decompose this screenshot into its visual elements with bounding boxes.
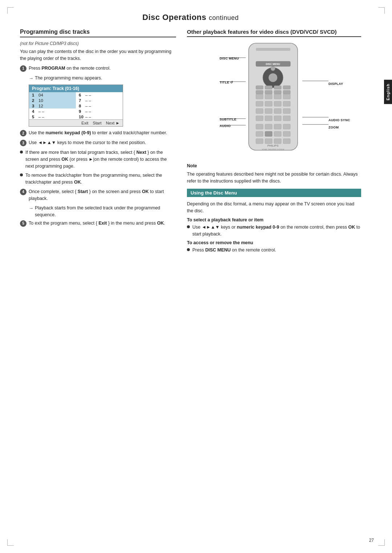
right-column: Other playback features for video discs …	[187, 29, 361, 256]
step-5: 5 To exit the program menu, select { Exi…	[20, 220, 176, 227]
svg-rect-22	[265, 124, 272, 129]
arrow-icon-4: →	[29, 205, 33, 212]
prog-col-2: 6 – – 7 – – 8 – – 9 – –	[76, 92, 123, 119]
prog-row-8: 8 – –	[76, 103, 123, 108]
prog-next[interactable]: Next ►	[106, 121, 120, 125]
label-subtitle: Subtitle	[220, 118, 246, 119]
svg-rect-23	[274, 124, 281, 129]
svg-rect-37	[274, 86, 281, 89]
svg-text:DISC MENU: DISC MENU	[266, 63, 280, 65]
prog-row-5: 5 – –	[29, 114, 76, 119]
remote-diagram: PHILIPS HOME THEATER SYSTEM	[220, 41, 328, 157]
step-num-3: 3	[20, 140, 26, 146]
step-4: 4 Once complete, select { Start } on the…	[20, 188, 176, 202]
svg-rect-31	[274, 139, 281, 144]
svg-rect-6	[265, 94, 272, 99]
step-3: 3 Use ◄►▲▼ keys to move the cursor to th…	[20, 139, 176, 146]
label-display: Display	[302, 81, 328, 82]
corner-mark-bl	[7, 539, 14, 546]
prog-row-9: 9 – –	[76, 108, 123, 114]
title-continued: continued	[209, 14, 239, 21]
bullet-text-1: If there are more than ten total program…	[25, 149, 176, 169]
intro-text: You can play the contents of the disc in…	[20, 48, 176, 62]
prog-row-1: 1 04	[29, 92, 76, 98]
step-1-arrow: → The programming menu appears.	[29, 75, 176, 82]
prog-table-footer: Exit Start Next ►	[29, 119, 123, 126]
corner-mark-br	[378, 539, 385, 546]
svg-rect-42	[283, 90, 290, 94]
prog-row-3: 3 12	[29, 103, 76, 108]
step-num-2: 2	[20, 130, 26, 136]
note-box: Note The operating features described he…	[187, 163, 361, 184]
svg-rect-18	[265, 116, 272, 121]
step-4-content: Once complete, select { Start } on the s…	[29, 188, 176, 202]
svg-rect-30	[265, 139, 272, 144]
right-section-title: Other playback features for video discs …	[187, 29, 361, 37]
svg-text:HOME THEATER SYSTEM: HOME THEATER SYSTEM	[262, 148, 284, 151]
bullet-icon-dm2	[187, 248, 190, 251]
disc-menu-bullet-2-text: Press DISC MENU on the remote control.	[192, 247, 276, 254]
prog-row-7: 7 – –	[76, 98, 123, 103]
arrow-icon-1: →	[29, 75, 33, 82]
label-title: Title ↺	[220, 81, 246, 82]
note-text: (not for Picture CD/MP3 discs)	[20, 41, 176, 46]
bullet-text-2: To remove the track/chapter from the pro…	[25, 172, 176, 186]
svg-point-3	[269, 73, 277, 82]
svg-rect-26	[265, 131, 272, 136]
prog-table-header: Program: Track (01-16)	[29, 85, 123, 92]
svg-rect-25	[256, 131, 263, 136]
bullet-item-2: To remove the track/chapter from the pro…	[20, 172, 176, 186]
svg-rect-19	[274, 116, 281, 121]
svg-rect-8	[283, 94, 290, 99]
step-num-5: 5	[20, 220, 26, 227]
step-4-arrow: → Playback starts from the selected trac…	[29, 205, 176, 218]
step-2-bold: numeric keypad (0-9)	[46, 130, 91, 135]
step-1-sub: The programming menu appears.	[35, 75, 102, 82]
svg-rect-20	[283, 116, 290, 121]
page-content: Disc Operations continued Programming di…	[20, 13, 372, 256]
step-2-content: Use the numeric keypad (0-9) to enter a …	[29, 130, 176, 136]
svg-rect-35	[256, 86, 263, 89]
svg-rect-40	[265, 90, 272, 94]
step-2: 2 Use the numeric keypad (0-9) to enter …	[20, 130, 176, 136]
svg-rect-21	[256, 124, 263, 129]
note-body: The operating features described here mi…	[187, 171, 361, 185]
remote-image: PHILIPS HOME THEATER SYSTEM	[245, 41, 303, 154]
prog-row-2: 2 10	[29, 98, 76, 103]
step-5-content: To exit the program menu, select { Exit …	[29, 220, 176, 227]
svg-rect-12	[283, 101, 290, 106]
display-label: Display	[328, 82, 343, 86]
step-4-sub: Playback starts from the selected track …	[35, 205, 176, 218]
prog-col-1: 1 04 2 10 3 12 4 – –	[29, 92, 76, 119]
bullet-icon-dm1	[187, 225, 190, 228]
svg-rect-7	[274, 94, 281, 99]
svg-rect-15	[274, 108, 281, 114]
step-1-bold: PROGRAM	[41, 66, 65, 71]
svg-rect-17	[256, 116, 263, 121]
svg-rect-14	[265, 108, 272, 114]
prog-table-rows: 1 04 2 10 3 12 4 – –	[29, 92, 123, 119]
step-3-content: Use ◄►▲▼ keys to move the cursor to the …	[29, 139, 176, 146]
prog-exit[interactable]: Exit	[81, 121, 88, 125]
disc-menu-bullet-2: Press DISC MENU on the remote control.	[187, 247, 361, 254]
svg-rect-27	[274, 131, 281, 136]
disc-menu-intro: Depending on the disc format, a menu may…	[187, 201, 361, 214]
svg-rect-29	[256, 139, 263, 144]
disc-menu-bullet-1: Use ◄►▲▼ keys or numeric keypad 0-9 on t…	[187, 224, 361, 238]
svg-rect-38	[283, 86, 290, 89]
prog-start[interactable]: Start	[93, 121, 101, 125]
bullet-item-1: If there are more than ten total program…	[20, 149, 176, 169]
svg-rect-5	[256, 94, 263, 99]
label-audio-sync: Audio Sync	[302, 117, 328, 118]
step-num-1: 1	[20, 65, 26, 72]
prog-row-6: 6 – –	[76, 92, 123, 98]
page-number: 27	[369, 538, 374, 543]
disc-menu-label: Disc Menu	[220, 57, 239, 60]
remote-area: PHILIPS HOME THEATER SYSTEM	[187, 41, 361, 157]
subtitle-label: Subtitle	[220, 118, 236, 121]
corner-mark-tl	[7, 7, 14, 14]
step-1-content: Press PROGRAM on the remote control.	[29, 65, 176, 72]
svg-rect-11	[274, 101, 281, 106]
audio-sync-label: Audio Sync	[328, 118, 350, 122]
svg-rect-39	[256, 90, 263, 94]
